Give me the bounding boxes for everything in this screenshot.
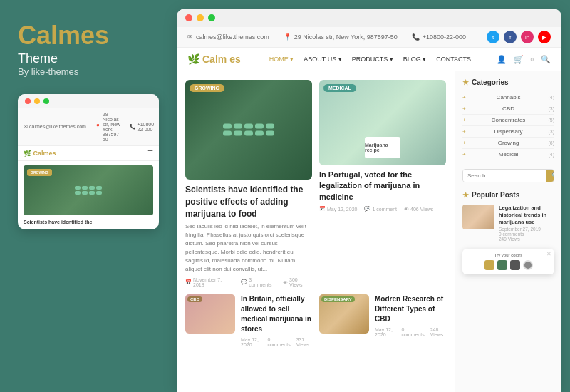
twitter-icon[interactable]: t [487,31,499,43]
popular-meta-1: September 27, 2019 0 comments 249 Views [499,227,554,242]
chrome-dot-yellow [197,14,204,21]
pill-8 [244,131,253,136]
small-2-badge: DISPENSARY [321,296,355,302]
sidebar: ★ Categories Cannabis (4) CBD (3) Concen… [455,71,561,392]
rx-card: Marijuana recipe [365,137,400,158]
small-2-views: 248 Views [430,327,446,337]
featured-comments: 💬 3 comments [241,277,276,287]
dot-green [43,98,49,104]
small-2-date: May 12, 2020 [375,327,395,337]
pill-2 [234,124,242,129]
swatch-gray[interactable] [523,260,533,270]
pill-7 [234,131,242,136]
medical-bg: Marijuana recipe [319,80,446,165]
info-address: 📍 29 Nicolas str, New York, 987597-50 [284,33,398,41]
side-date: 📅 May 12, 2020 [319,206,357,212]
pill-4 [255,124,264,129]
search-input[interactable] [463,170,546,182]
cart-count: 0 [531,56,534,63]
small-article-2: DISPENSARY Modren Research of Different … [319,294,446,347]
small-1-title: In Britain, officially allowed to sell m… [241,294,312,334]
mini-badge: GROWING [27,169,52,176]
cannabis-background [185,80,312,180]
chrome-dot-red [185,14,192,21]
swatch-green[interactable] [497,260,507,270]
small-article-2-content: Modren Research of Different Types of CB… [375,294,446,337]
brand-block: Calmes Theme By like-themes [18,21,159,77]
articles-grid: GROWING Scientists have identified the p… [177,71,455,392]
category-cbd[interactable]: CBD (3) [462,103,554,115]
category-dispensary[interactable]: Dispensary (3) [462,126,554,138]
featured-badge: GROWING [190,84,224,92]
small-2-comments: 0 comments [401,327,424,337]
mini-content: GROWING Scientists have identified the [18,161,159,229]
featured-article-img: GROWING [185,80,312,180]
popular-posts-title: ★ Popular Posts [462,191,554,199]
category-medical[interactable]: Medical (4) [462,149,554,160]
person-warm-bg [462,205,494,229]
nav-actions: 👤 🛒 0 🔍 [497,55,551,64]
pill-1 [223,124,232,129]
main-nav: 🌿 Calmes HOME ▾ ABOUT US ▾ PRODUCTS ▾ BL… [177,48,561,71]
small-1-meta: May 12, 2020 0 comments 337 Views [241,337,312,347]
featured-meta: 📅 November 7, 2018 💬 3 comments 👁 300 Vi… [185,277,312,287]
popular-post-1-img [462,205,494,229]
nav-links: HOME ▾ ABOUT US ▾ PRODUCTS ▾ BLOG ▾ CONT… [269,56,471,63]
search-button[interactable]: 🔍 [546,170,554,182]
mini-browser: ✉ calmes@like.themes.com 📍 29 Nicolas st… [18,94,159,229]
youtube-icon[interactable]: ▶ [538,31,551,43]
small-article-2-img: DISPENSARY [319,294,369,334]
category-concentrates[interactable]: Concentrates (5) [462,115,554,126]
featured-title: Scientists have identified the positive … [185,184,312,220]
featured-excerpt: Sed iaculis leo id nisi laoreet, in elem… [185,222,312,274]
color-widget: Try your colors ✕ [462,249,554,274]
swatch-dark[interactable] [510,260,520,270]
pill-grid [223,124,274,136]
facebook-icon[interactable]: f [504,31,517,43]
small-1-badge: CBD [187,296,202,302]
info-bar: ✉ calmes@like.themes.com 📍 29 Nicolas st… [177,27,561,48]
instagram-icon[interactable]: in [521,31,534,43]
mini-article-title: Scientists have identified the [24,219,153,225]
mini-email: ✉ calmes@like.themes.com [24,112,86,142]
small-2-meta: May 12, 2020 0 comments 248 Views [375,327,446,337]
user-icon[interactable]: 👤 [497,55,507,64]
popular-post-1: Legalization and historical trends in ma… [462,205,554,242]
star-categories-icon: ★ [462,78,469,86]
mini-hamburger: ☰ [147,150,153,157]
content-area: GROWING Scientists have identified the p… [177,71,561,392]
close-color-widget[interactable]: ✕ [546,251,551,257]
small-2-title: Modren Research of Different Types of CB… [375,294,446,324]
mini-address: 📍 29 Nicolas str, New York, 987597-50 [95,112,121,142]
mini-featured-img: GROWING [24,165,153,215]
main-browser: ✉ calmes@like.themes.com 📍 29 Nicolas st… [177,9,561,392]
category-cannabis[interactable]: Cannabis (4) [462,92,554,103]
left-panel: Calmes Theme By like-themes ✉ calmes@lik… [0,0,177,392]
nav-contacts[interactable]: CONTACTS [436,56,471,63]
small-article-1: CBD In Britain, officially allowed to se… [185,294,312,347]
category-growing[interactable]: Growing (6) [462,138,554,149]
swatch-gold[interactable] [484,260,494,270]
nav-blog[interactable]: BLOG ▾ [403,56,427,63]
small-article-1-img: CBD [185,294,235,334]
featured-article: GROWING Scientists have identified the p… [185,80,312,287]
nav-home[interactable]: HOME ▾ [269,56,294,63]
small-1-comments: 0 comments [267,337,290,347]
cart-icon[interactable]: 🛒 [514,55,524,64]
small-1-date: May 12, 2020 [241,337,261,347]
featured-views: 👁 300 Views [283,277,312,287]
bottom-articles-row: CBD In Britain, officially allowed to se… [185,294,446,347]
featured-date: 📅 November 7, 2018 [185,277,234,287]
side-comments: 💬 1 comment [364,206,397,212]
pill-10 [266,131,274,136]
nav-products[interactable]: PRODUCTS ▾ [352,56,393,63]
mini-browser-bar [18,94,159,108]
brand-subtitle: Theme [18,51,159,66]
popular-title-1: Legalization and historical trends in ma… [499,205,554,225]
social-icons: t f in ▶ [487,31,551,43]
search-nav-icon[interactable]: 🔍 [541,55,551,64]
mini-phone: 📞 +10800-22-000 [130,112,156,142]
pill-5 [266,124,274,129]
search-box[interactable]: 🔍 [462,169,554,182]
nav-about[interactable]: ABOUT US ▾ [304,56,341,63]
